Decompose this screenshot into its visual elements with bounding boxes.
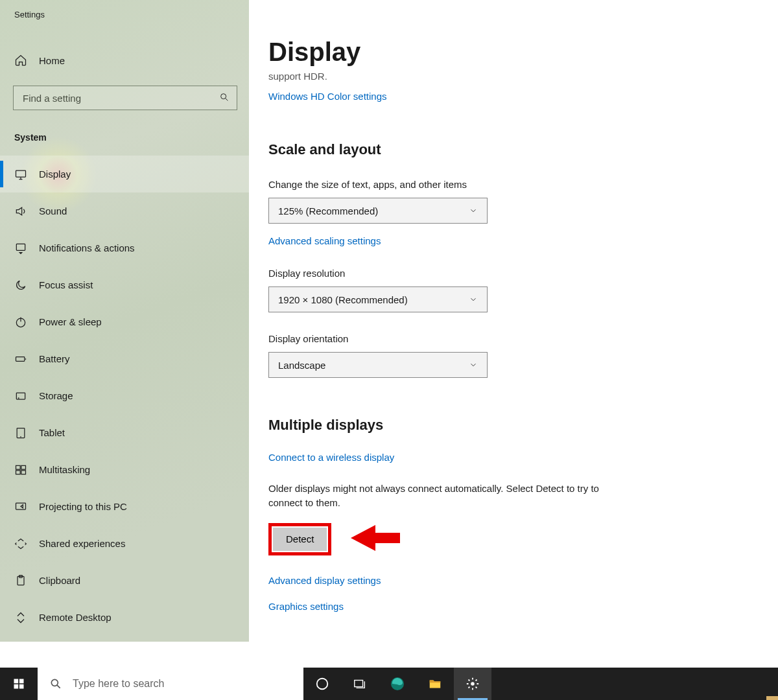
remote-icon — [14, 611, 27, 624]
sidebar-item-shared-experiences[interactable]: Shared experiences — [0, 525, 249, 562]
svg-rect-2 — [16, 244, 25, 250]
svg-rect-10 — [16, 470, 21, 474]
annotation-highlight: Detect — [268, 523, 331, 555]
notifications-icon — [14, 242, 27, 255]
clipboard-icon — [14, 574, 27, 587]
sidebar-search[interactable] — [13, 86, 237, 110]
search-icon — [219, 92, 230, 102]
sidebar-item-remote-desktop[interactable]: Remote Desktop — [0, 599, 249, 636]
link-connect-wireless-display[interactable]: Connect to a wireless display — [268, 452, 394, 463]
sidebar-item-label: Notifications & actions — [39, 242, 135, 253]
svg-rect-4 — [16, 356, 25, 361]
share-icon — [14, 537, 27, 550]
taskbar: Type here to search — [0, 668, 778, 700]
sidebar-item-label: Power & sleep — [39, 316, 102, 327]
tablet-icon — [14, 426, 27, 439]
svg-point-0 — [221, 94, 226, 99]
sidebar-item-label: Shared experiences — [39, 538, 125, 549]
moon-icon — [14, 279, 27, 292]
svg-point-20 — [471, 682, 475, 686]
search-input[interactable] — [13, 86, 237, 110]
annotation-arrow-icon — [349, 525, 401, 554]
link-advanced-display-settings[interactable]: Advanced display settings — [268, 575, 381, 586]
taskbar-cortana[interactable] — [303, 668, 341, 700]
detect-button[interactable]: Detect — [273, 528, 327, 551]
multitask-icon — [14, 463, 27, 476]
chevron-down-icon — [469, 360, 478, 369]
svg-rect-11 — [21, 470, 26, 474]
display-icon — [14, 168, 27, 181]
resolution-select[interactable]: 1920 × 1080 (Recommended) — [268, 286, 488, 312]
sidebar-item-label: Remote Desktop — [39, 612, 112, 623]
sidebar-item-label: Focus assist — [39, 279, 93, 290]
sidebar-home[interactable]: Home — [0, 47, 249, 74]
orientation-label: Display orientation — [268, 333, 778, 344]
taskbar-settings[interactable] — [454, 668, 491, 700]
orientation-value: Landscape — [278, 360, 325, 371]
sidebar-item-power-sleep[interactable]: Power & sleep — [0, 303, 249, 340]
project-icon — [14, 500, 27, 513]
page-title: Display — [268, 0, 778, 67]
sidebar-item-projecting-to-this-pc[interactable]: Projecting to this PC — [0, 488, 249, 525]
resolution-value: 1920 × 1080 (Recommended) — [278, 294, 408, 305]
link-hd-color-settings[interactable]: Windows HD Color settings — [268, 91, 387, 102]
taskbar-edge[interactable] — [379, 668, 416, 700]
sidebar-item-label: Battery — [39, 353, 70, 364]
sidebar-item-label: Tablet — [39, 427, 65, 438]
search-icon — [49, 677, 62, 690]
sidebar-item-label: Display — [39, 169, 71, 180]
svg-rect-9 — [21, 465, 26, 469]
scale-select[interactable]: 125% (Recommended) — [268, 198, 488, 224]
link-advanced-scaling[interactable]: Advanced scaling settings — [268, 235, 381, 246]
svg-rect-5 — [16, 393, 25, 399]
storage-icon — [14, 390, 27, 402]
sidebar-item-tablet[interactable]: Tablet — [0, 414, 249, 451]
start-button[interactable] — [0, 668, 38, 700]
scale-label: Change the size of text, apps, and other… — [268, 179, 778, 190]
sidebar-item-focus-assist[interactable]: Focus assist — [0, 266, 249, 303]
sidebar-item-label: Clipboard — [39, 575, 80, 586]
svg-point-15 — [51, 679, 58, 686]
svg-point-6 — [18, 397, 19, 398]
sidebar: Settings Home System DisplaySoundNotific… — [0, 0, 249, 642]
link-graphics-settings[interactable]: Graphics settings — [268, 601, 344, 612]
taskbar-tooltip-sliver — [766, 696, 778, 700]
sidebar-item-sound[interactable]: Sound — [0, 192, 249, 229]
detect-description: Older displays might not always connect … — [268, 482, 631, 510]
sidebar-item-notifications-actions[interactable]: Notifications & actions — [0, 229, 249, 266]
sidebar-item-battery[interactable]: Battery — [0, 340, 249, 377]
taskbar-file-explorer[interactable] — [416, 668, 454, 700]
scale-value: 125% (Recommended) — [278, 205, 378, 216]
chevron-down-icon — [469, 206, 478, 215]
home-icon — [14, 54, 27, 67]
svg-rect-17 — [355, 681, 363, 687]
hdr-support-text: support HDR. — [268, 71, 778, 82]
sidebar-item-multitasking[interactable]: Multitasking — [0, 451, 249, 488]
svg-rect-8 — [16, 465, 21, 469]
window-title: Settings — [0, 0, 249, 19]
sidebar-category: System — [0, 110, 249, 149]
power-icon — [14, 316, 27, 329]
sidebar-item-label: Multitasking — [39, 464, 90, 475]
chevron-down-icon — [469, 295, 478, 304]
sound-icon — [14, 205, 27, 218]
svg-point-16 — [317, 679, 328, 690]
resolution-label: Display resolution — [268, 268, 778, 279]
orientation-select[interactable]: Landscape — [268, 352, 488, 378]
svg-rect-1 — [16, 170, 26, 177]
home-label: Home — [39, 55, 65, 66]
taskbar-search-placeholder: Type here to search — [73, 678, 164, 690]
sidebar-item-label: Sound — [39, 205, 67, 216]
taskbar-task-view[interactable] — [341, 668, 379, 700]
sidebar-item-storage[interactable]: Storage — [0, 377, 249, 414]
sidebar-item-label: Projecting to this PC — [39, 501, 127, 512]
taskbar-search[interactable]: Type here to search — [38, 668, 303, 700]
sidebar-item-display[interactable]: Display — [0, 156, 249, 192]
main-content: Display support HDR. Windows HD Color se… — [249, 0, 778, 642]
section-multiple-displays: Multiple displays — [268, 417, 778, 434]
sidebar-item-clipboard[interactable]: Clipboard — [0, 562, 249, 599]
sidebar-item-label: Storage — [39, 390, 73, 401]
section-scale-layout: Scale and layout — [268, 141, 778, 158]
battery-icon — [14, 353, 27, 366]
